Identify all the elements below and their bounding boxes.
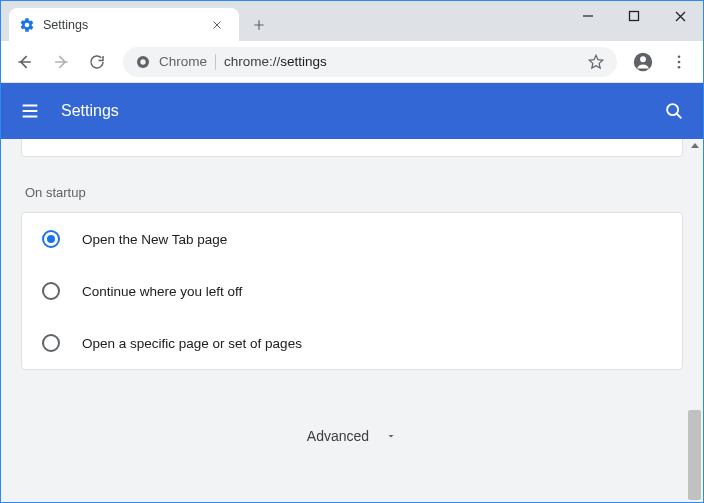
reload-button[interactable] [81,46,113,78]
search-icon[interactable] [663,100,685,122]
startup-option-newtab[interactable]: Open the New Tab page [22,213,682,265]
omnibox-divider [215,54,216,70]
content-area: On startup Open the New Tab page Continu… [1,139,703,502]
toolbar: Chrome chrome://settings [1,41,703,83]
star-icon[interactable] [587,53,605,71]
chevron-down-icon [385,430,397,442]
svg-point-7 [678,60,681,63]
titlebar: Settings [1,1,703,41]
omnibox-url: chrome://settings [224,54,579,69]
startup-option-continue[interactable]: Continue where you left off [22,265,682,317]
close-tab-icon[interactable] [211,19,229,31]
svg-point-8 [678,65,681,68]
section-title-startup: On startup [25,185,679,200]
advanced-toggle[interactable]: Advanced [21,428,683,444]
tab-title: Settings [43,18,203,32]
settings-gear-icon [19,17,35,33]
close-window-button[interactable] [657,1,703,31]
back-button[interactable] [9,46,41,78]
profile-icon[interactable] [627,46,659,78]
scroll-up-icon[interactable] [691,143,699,148]
radio-selected-icon[interactable] [42,230,60,248]
advanced-label: Advanced [307,428,369,444]
svg-point-5 [640,56,646,62]
radio-icon[interactable] [42,282,60,300]
tab-settings[interactable]: Settings [9,8,239,41]
omnibox-chip: Chrome [159,54,207,69]
previous-card-fragment [21,139,683,157]
minimize-button[interactable] [565,1,611,31]
startup-card: Open the New Tab page Continue where you… [21,212,683,370]
option-label: Open a specific page or set of pages [82,336,302,351]
appbar-title: Settings [61,102,643,120]
scrollbar-thumb[interactable] [688,410,701,500]
svg-point-3 [140,59,145,64]
window-controls [565,1,703,31]
menu-kebab-icon[interactable] [663,46,695,78]
option-label: Open the New Tab page [82,232,227,247]
svg-line-10 [677,114,682,119]
forward-button[interactable] [45,46,77,78]
address-bar[interactable]: Chrome chrome://settings [123,47,617,77]
menu-hamburger-icon[interactable] [19,100,41,122]
svg-point-6 [678,55,681,58]
chrome-info-icon [135,54,151,70]
svg-rect-1 [630,12,639,21]
browser-window: Settings Chrome [0,0,704,503]
startup-option-specific[interactable]: Open a specific page or set of pages [22,317,682,369]
content-scroll[interactable]: On startup Open the New Tab page Continu… [1,139,703,502]
new-tab-button[interactable] [245,11,273,39]
svg-point-9 [667,104,678,115]
option-label: Continue where you left off [82,284,242,299]
maximize-button[interactable] [611,1,657,31]
radio-icon[interactable] [42,334,60,352]
settings-appbar: Settings [1,83,703,139]
